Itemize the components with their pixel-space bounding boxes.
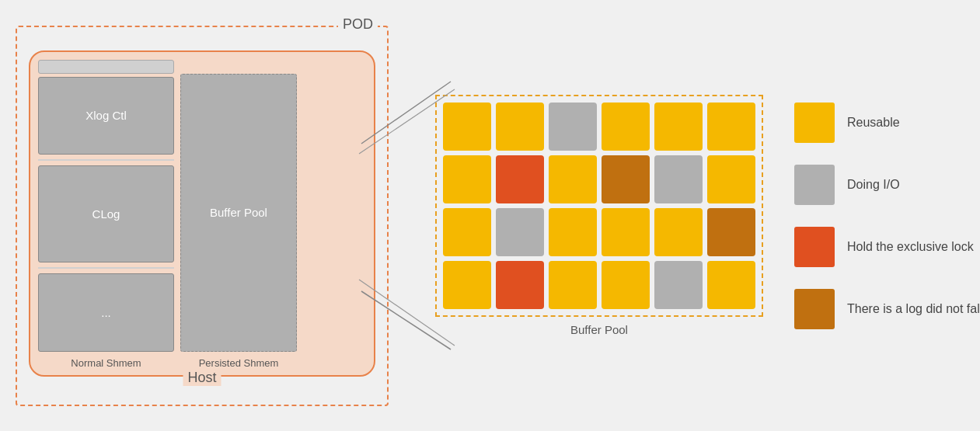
legend-text-1: Doing I/O (847, 178, 900, 192)
buffer-pool-inner-label: Buffer Pool (210, 206, 267, 219)
grid-cell-0 (443, 103, 491, 151)
grid-cell-7 (496, 155, 544, 203)
xlog-ctl-label: Xlog Ctl (85, 109, 127, 122)
dots-label: ... (101, 306, 111, 319)
legend-item-2: Hold the exclusive lock (794, 227, 980, 267)
pod-container: POD Host Xlog Ctl CLog ... Normal Shmem (16, 26, 389, 406)
grid-cell-23 (707, 261, 755, 309)
buffer-pool-grid (443, 103, 755, 309)
main-container: POD Host Xlog Ctl CLog ... Normal Shmem (0, 0, 980, 431)
legend-text-3: There is a log did not fall disk (847, 302, 980, 316)
grid-cell-15 (602, 208, 650, 256)
clog-block: CLog (38, 165, 174, 262)
grid-cell-6 (443, 155, 491, 203)
grid-cell-8 (549, 155, 597, 203)
grid-cell-16 (654, 208, 703, 256)
grid-cell-12 (443, 208, 491, 256)
xlog-ctl-block: Xlog Ctl (38, 77, 174, 155)
grid-cell-4 (654, 103, 703, 151)
persisted-shmem-column: Buffer Pool Persisted Shmem (180, 60, 297, 352)
host-container: Host Xlog Ctl CLog ... Normal Shmem (29, 50, 375, 377)
legend-text-0: Reusable (847, 116, 900, 130)
grid-cell-22 (654, 261, 703, 309)
shmem-top-strip-1 (38, 60, 174, 74)
grid-cell-14 (549, 208, 597, 256)
grid-cell-3 (602, 103, 650, 151)
legend-swatch-2 (794, 227, 835, 267)
buffer-pool-section-label: Buffer Pool (570, 323, 628, 336)
legend-item-1: Doing I/O (794, 165, 980, 205)
legend-text-2: Hold the exclusive lock (847, 240, 974, 254)
legend-swatch-1 (794, 165, 835, 205)
legend-swatch-3 (794, 289, 835, 329)
grid-cell-10 (654, 155, 703, 203)
legend-swatch-0 (794, 103, 835, 143)
grid-cell-1 (496, 103, 544, 151)
grid-cell-20 (549, 261, 597, 309)
grid-cell-19 (496, 261, 544, 309)
legend-item-3: There is a log did not fall disk (794, 289, 980, 329)
normal-shmem-label: Normal Shmem (71, 357, 141, 369)
buffer-pool-section: Buffer Pool (435, 95, 763, 336)
grid-cell-21 (602, 261, 650, 309)
grid-cell-18 (443, 261, 491, 309)
grid-cell-5 (707, 103, 755, 151)
grid-cell-17 (707, 208, 755, 256)
grid-cell-2 (549, 103, 597, 151)
normal-shmem-column: Xlog Ctl CLog ... Normal Shmem (38, 60, 174, 352)
divider-1 (38, 159, 174, 161)
grid-cell-9 (602, 155, 650, 203)
legend-item-0: Reusable (794, 103, 980, 143)
persisted-shmem-label: Persisted Shmem (199, 357, 279, 369)
dots-block: ... (38, 273, 174, 351)
legend: ReusableDoing I/OHold the exclusive lock… (794, 103, 980, 329)
buffer-pool-inner-block: Buffer Pool (180, 74, 297, 352)
divider-2 (38, 267, 174, 269)
grid-cell-11 (707, 155, 755, 203)
buffer-pool-grid-container (435, 95, 763, 317)
pod-label: POD (338, 16, 378, 33)
host-label: Host (183, 370, 221, 386)
clog-label: CLog (92, 207, 120, 221)
grid-cell-13 (496, 208, 544, 256)
